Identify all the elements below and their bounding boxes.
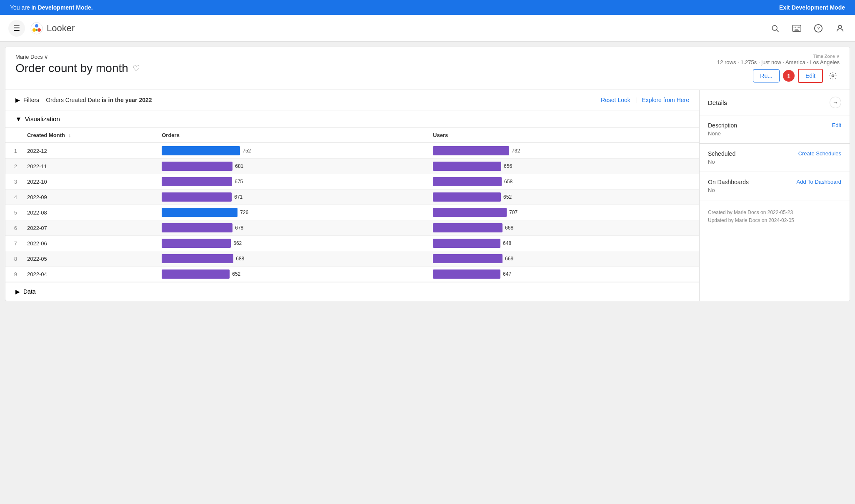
favorite-icon[interactable]: ♡ bbox=[132, 63, 140, 73]
row-users-bar: 647 bbox=[428, 267, 699, 282]
settings-button[interactable] bbox=[826, 69, 840, 82]
hamburger-icon: ☰ bbox=[13, 24, 20, 33]
row-users-bar: 679 bbox=[428, 282, 699, 282]
look-title-text: Order count by month bbox=[15, 62, 128, 75]
col-created-month[interactable]: Created Month ↓ bbox=[22, 128, 157, 143]
table-row: 3 2022-10 675 658 bbox=[5, 174, 699, 190]
data-toggle-icon: ▶ bbox=[15, 288, 20, 295]
tutorial-badge: 1 bbox=[783, 70, 795, 82]
create-schedules-link[interactable]: Create Schedules bbox=[798, 150, 841, 157]
explore-from-here-link[interactable]: Explore from Here bbox=[642, 97, 689, 103]
scheduled-row: Scheduled Create Schedules No bbox=[700, 144, 850, 172]
col-orders[interactable]: Orders bbox=[157, 128, 428, 143]
visualization-label: Visualization bbox=[25, 115, 60, 122]
row-num: 9 bbox=[5, 267, 22, 282]
data-section-label: Data bbox=[23, 288, 36, 295]
description-edit-link[interactable]: Edit bbox=[832, 122, 841, 128]
right-panel: Details → Description Edit None Schedule… bbox=[700, 90, 850, 301]
col-users[interactable]: Users bbox=[428, 128, 699, 143]
table-body: 1 2022-12 752 732 2 2022-11 681 bbox=[5, 143, 699, 282]
row-orders-bar: 681 bbox=[157, 159, 428, 174]
row-orders-bar: 675 bbox=[157, 174, 428, 190]
row-users-bar: 732 bbox=[428, 143, 699, 159]
row-month: 2022-07 bbox=[22, 220, 157, 236]
main-container: Marie Docs ∨ Order count by month ♡ Time… bbox=[5, 47, 850, 301]
details-header: Details → bbox=[700, 90, 850, 115]
table-row: 7 2022-06 662 648 bbox=[5, 236, 699, 251]
svg-point-1 bbox=[35, 24, 38, 27]
table-row: 2 2022-11 681 656 bbox=[5, 159, 699, 174]
data-table: Created Month ↓ Orders Users 1 2022-12 bbox=[5, 128, 699, 282]
gear-icon bbox=[829, 72, 837, 80]
row-month: 2022-10 bbox=[22, 174, 157, 190]
row-num: 3 bbox=[5, 174, 22, 190]
exit-dev-mode-button[interactable]: Exit Development Mode bbox=[779, 4, 845, 11]
description-row: Description Edit None bbox=[700, 115, 850, 144]
user-avatar-icon[interactable] bbox=[833, 22, 847, 35]
data-section[interactable]: ▶ Data bbox=[5, 282, 699, 301]
row-month: 2022-04 bbox=[22, 267, 157, 282]
row-num: 4 bbox=[5, 190, 22, 205]
search-icon[interactable] bbox=[768, 22, 782, 35]
dev-banner-message: You are in Development Mode. bbox=[10, 4, 93, 11]
row-orders-bar: 662 bbox=[157, 236, 428, 251]
look-header: Marie Docs ∨ Order count by month ♡ Time… bbox=[5, 47, 850, 90]
logo-text: Looker bbox=[47, 23, 75, 34]
details-arrow-button[interactable]: → bbox=[830, 97, 841, 108]
on-dashboards-label: On Dashboards bbox=[708, 179, 749, 185]
row-num: 7 bbox=[5, 236, 22, 251]
row-users-bar: 668 bbox=[428, 220, 699, 236]
svg-point-2 bbox=[38, 28, 41, 32]
table-row: 6 2022-07 678 668 bbox=[5, 220, 699, 236]
filters-section: ▶ Filters Orders Created Date is in the … bbox=[5, 90, 699, 110]
filters-right: Reset Look | Explore from Here bbox=[601, 97, 689, 103]
row-month: 2022-12 bbox=[22, 143, 157, 159]
look-meta: Time Zone ∨ 12 rows · 1.275s · just now … bbox=[717, 54, 840, 65]
svg-point-5 bbox=[772, 25, 777, 30]
row-month: 2022-05 bbox=[22, 251, 157, 267]
svg-point-18 bbox=[838, 25, 841, 28]
look-header-right: Time Zone ∨ 12 rows · 1.275s · just now … bbox=[717, 54, 840, 83]
created-info: Created by Marie Docs on 2022-05-23 bbox=[708, 209, 841, 217]
row-orders-bar: 652 bbox=[157, 267, 428, 282]
row-orders-bar: 752 bbox=[157, 143, 428, 159]
keyboard-icon[interactable] bbox=[790, 22, 803, 35]
help-icon[interactable]: ? bbox=[812, 22, 825, 35]
scheduled-label: Scheduled bbox=[708, 150, 735, 157]
dev-banner: You are in Development Mode. Exit Develo… bbox=[0, 0, 855, 15]
run-button[interactable]: Ru... bbox=[753, 69, 780, 82]
hamburger-button[interactable]: ☰ bbox=[8, 20, 25, 37]
row-users-bar: 658 bbox=[428, 174, 699, 190]
table-row: 1 2022-12 752 732 bbox=[5, 143, 699, 159]
row-num: 8 bbox=[5, 251, 22, 267]
row-users-bar: 707 bbox=[428, 205, 699, 220]
visualization-section: ▼ Visualization Created Month ↓ bbox=[5, 110, 699, 282]
row-num: 2 bbox=[5, 159, 22, 174]
row-month: 2022-09 bbox=[22, 190, 157, 205]
row-orders-bar: 671 bbox=[157, 190, 428, 205]
svg-line-6 bbox=[777, 30, 779, 32]
table-container[interactable]: Created Month ↓ Orders Users 1 2022-12 bbox=[5, 128, 699, 282]
svg-text:?: ? bbox=[817, 25, 820, 30]
scheduled-value: No bbox=[708, 159, 841, 165]
table-header-row: Created Month ↓ Orders Users bbox=[5, 128, 699, 143]
updated-info: Updated by Marie Docs on 2024-02-05 bbox=[708, 217, 841, 225]
add-to-dashboard-link[interactable]: Add To Dashboard bbox=[797, 179, 841, 185]
viz-toggle-icon: ▼ bbox=[15, 115, 22, 122]
filters-toggle[interactable]: ▶ Filters bbox=[15, 97, 39, 103]
visualization-header[interactable]: ▼ Visualization bbox=[5, 110, 699, 128]
row-users-bar: 669 bbox=[428, 251, 699, 267]
row-num: 5 bbox=[5, 205, 22, 220]
row-num: 10 bbox=[5, 282, 22, 282]
filters-left: ▶ Filters Orders Created Date is in the … bbox=[15, 97, 152, 103]
timezone-label: Time Zone ∨ bbox=[717, 54, 840, 59]
topbar-left: ☰ Looker bbox=[8, 20, 75, 37]
reset-look-link[interactable]: Reset Look bbox=[601, 97, 630, 103]
breadcrumb[interactable]: Marie Docs ∨ bbox=[15, 54, 140, 60]
filters-arrow-icon: ▶ bbox=[15, 97, 20, 103]
row-users-bar: 652 bbox=[428, 190, 699, 205]
row-users-bar: 656 bbox=[428, 159, 699, 174]
edit-button[interactable]: Edit bbox=[798, 69, 823, 83]
look-meta-info: 12 rows · 1.275s · just now · America - … bbox=[717, 59, 840, 65]
row-orders-bar: 688 bbox=[157, 251, 428, 267]
